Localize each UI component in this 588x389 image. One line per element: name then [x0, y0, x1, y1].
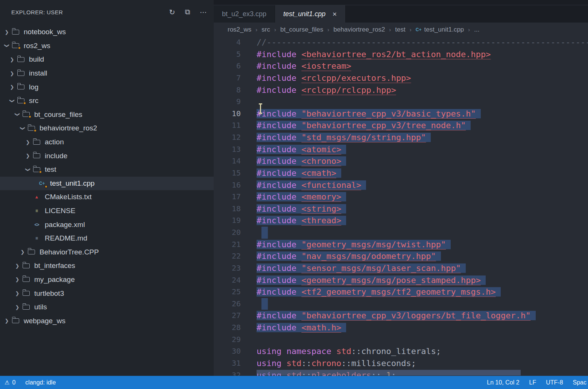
status-left[interactable]: ⚠ 0 clangd: idle [0, 379, 56, 386]
line-number: 11 [214, 120, 241, 132]
code-line[interactable]: 8#include <rclcpp/rclcpp.hpp> [214, 84, 588, 96]
code-line[interactable]: 26 [214, 298, 588, 310]
more-actions-icon[interactable]: ⋯ [200, 8, 207, 17]
code-line[interactable]: 25#include <tf2_geometry_msgs/tf2_geomet… [214, 286, 588, 298]
tree-item-test_unit1.cpp[interactable]: C+test_unit1.cpp [0, 177, 214, 191]
breadcrumb-item-bt_course_files[interactable]: bt_course_files [280, 26, 323, 33]
chevron-right-icon[interactable]: ❯ [8, 84, 16, 90]
code-line[interactable]: 4//-------------------------------------… [214, 36, 588, 48]
tree-item-webpage_ws[interactable]: ❯webpage_ws [0, 314, 214, 328]
code-line[interactable]: 20 [214, 227, 588, 239]
breadcrumb-item-src[interactable]: src [261, 26, 270, 33]
tree-item-bt_interfaces[interactable]: ❯bt_interfaces [0, 259, 214, 273]
tree-item-README.md[interactable]: ≡README.md [0, 232, 214, 245]
chevron-down-icon[interactable]: ❯ [25, 166, 31, 173]
code-line[interactable]: 23#include "sensor_msgs/msg/laser_scan.h… [214, 262, 588, 274]
horizontal-scrollbar[interactable] [257, 370, 521, 375]
tab-bt_u2_ex3.cpp[interactable]: bt_u2_ex3.cpp [214, 5, 275, 23]
code-token: #include [257, 156, 301, 166]
chevron-right-icon[interactable]: ❯ [3, 29, 11, 35]
code-line-content: #include <iostream> [257, 60, 351, 72]
tree-item-notebook_ws[interactable]: ❯notebook_ws [0, 25, 214, 39]
code-line[interactable]: 6#include <iostream> [214, 60, 588, 72]
tree-item-test[interactable]: ❯test [0, 163, 214, 177]
status-item-ln-10-col-2[interactable]: Ln 10, Col 2 [487, 379, 519, 386]
tree-item-utils[interactable]: ❯utils [0, 300, 214, 314]
tree-item-log[interactable]: ❯log [0, 80, 214, 94]
chevron-right-icon[interactable]: ❯ [14, 304, 21, 310]
chevron-right-icon[interactable]: ❯ [24, 153, 32, 159]
breadcrumb-item-behaviortree_ros2[interactable]: behaviortree_ros2 [333, 26, 385, 33]
chevron-right-icon[interactable]: ❯ [3, 318, 11, 324]
tree-item-BehaviorTree.CPP[interactable]: ❯BehaviorTree.CPP [0, 245, 214, 259]
tree-item-bt_course_files[interactable]: ❯bt_course_files [0, 108, 214, 122]
tree-item-behaviortree_ros2[interactable]: ❯behaviortree_ros2 [0, 121, 214, 135]
code-line[interactable]: 12#include "std_msgs/msg/string.hpp" [214, 132, 588, 144]
chevron-right-icon[interactable]: ❯ [19, 249, 26, 255]
chevron-right-icon[interactable]: ❯ [14, 263, 21, 269]
warning-count[interactable]: 0 [12, 379, 15, 386]
code-line[interactable]: 30using namespace std::chrono_literals; [214, 345, 588, 357]
code-line[interactable]: 7#include <rclcpp/executors.hpp> [214, 72, 588, 84]
chevron-right-icon[interactable]: ❯ [8, 71, 16, 76]
breadcrumb-item-...[interactable]: ... [474, 26, 479, 33]
code-line[interactable]: 15#include <cmath> [214, 167, 588, 179]
code-line[interactable]: 13#include <atomic> [214, 144, 588, 156]
tree-item-include[interactable]: ❯include [0, 149, 214, 163]
chevron-down-icon[interactable]: ❯ [4, 42, 10, 50]
close-icon[interactable]: ✕ [332, 11, 337, 18]
code-line[interactable]: 16#include <functional> [214, 179, 588, 191]
chevron-right-icon[interactable]: ❯ [14, 291, 21, 296]
tree-item-ros2_ws[interactable]: ❯ros2_ws [0, 39, 214, 53]
code-token: "geometry_msgs/msg/twist.hpp" [301, 240, 446, 249]
code-line[interactable]: 14#include <chrono> [214, 155, 588, 167]
code-line[interactable]: 28#include <math.h> [214, 322, 588, 334]
chevron-down-icon[interactable]: ❯ [15, 111, 20, 118]
collapse-folders-icon[interactable]: ⧉ [185, 8, 190, 16]
breadcrumb-item-test[interactable]: test [395, 26, 405, 33]
code-line[interactable]: 29 [214, 334, 588, 346]
code-line[interactable]: 9 [214, 96, 588, 108]
code-text: #include <thread> [257, 216, 346, 225]
chevron-right-icon[interactable]: ❯ [8, 57, 16, 62]
chevron-down-icon[interactable]: ❯ [9, 97, 15, 104]
tree-item-build[interactable]: ❯build [0, 53, 214, 67]
breadcrumb-item-test_unit1.cpp[interactable]: C+test_unit1.cpp [416, 26, 464, 33]
status-item-utf-8[interactable]: UTF-8 [546, 379, 563, 386]
git-modified-dot [28, 115, 32, 118]
refresh-icon[interactable]: ↻ [169, 8, 175, 17]
chevron-right-icon[interactable]: ❯ [14, 277, 21, 282]
code-line-content: #include <memory> [257, 191, 346, 203]
code-line[interactable]: 10#include "behaviortree_cpp_v3/basic_ty… [214, 108, 588, 120]
code-text: #include <cmath> [257, 168, 341, 178]
tree-item-my_package[interactable]: ❯my_package [0, 273, 214, 287]
status-item-lf[interactable]: LF [529, 379, 536, 386]
tree-item-LICENSE[interactable]: ≡LICENSE [0, 204, 214, 218]
code-line[interactable]: 27#include "behaviortree_cpp_v3/loggers/… [214, 310, 588, 322]
code-line[interactable]: 31using std::chrono::milliseconds; [214, 357, 588, 369]
chevron-down-icon[interactable]: ❯ [20, 124, 26, 132]
tree-item-src[interactable]: ❯src [0, 94, 214, 108]
tree-item-turtlebot3[interactable]: ❯turtlebot3 [0, 286, 214, 300]
tab-test_unit1.cpp[interactable]: test_unit1.cpp✕ [275, 5, 346, 23]
code-line[interactable]: 21#include "geometry_msgs/msg/twist.hpp" [214, 239, 588, 251]
language-server-status[interactable]: clangd: idle [25, 379, 56, 386]
status-item-spac[interactable]: Spac [573, 379, 586, 386]
code-line[interactable]: 11#include "behaviortree_cpp_v3/tree_nod… [214, 120, 588, 132]
code-line[interactable]: 24#include <geometry_msgs/msg/pose_stamp… [214, 274, 588, 286]
code-line[interactable]: 5#include <behaviortree_ros2/bt_action_n… [214, 48, 588, 61]
editor[interactable]: 4//-------------------------------------… [214, 36, 588, 376]
code-line[interactable]: 22#include "nav_msgs/msg/odometry.hpp" [214, 250, 588, 262]
git-modified-dot [33, 129, 37, 132]
tree-item-install[interactable]: ❯install [0, 67, 214, 80]
code-line[interactable]: 19#include <thread> [214, 215, 588, 227]
chevron-right-icon[interactable]: ❯ [24, 139, 32, 145]
tree-item-action[interactable]: ❯action [0, 135, 214, 149]
tree-item-package.xml[interactable]: <>package.xml [0, 218, 214, 232]
code-text: #include <string> [257, 204, 346, 213]
breadcrumb-item-ros2_ws[interactable]: ros2_ws [228, 26, 251, 33]
code-token: #include [257, 263, 301, 273]
code-line[interactable]: 18#include <string> [214, 203, 588, 215]
tree-item-CMakeLists.txt[interactable]: ▲CMakeLists.txt [0, 190, 214, 204]
code-line[interactable]: 17#include <memory> [214, 191, 588, 203]
